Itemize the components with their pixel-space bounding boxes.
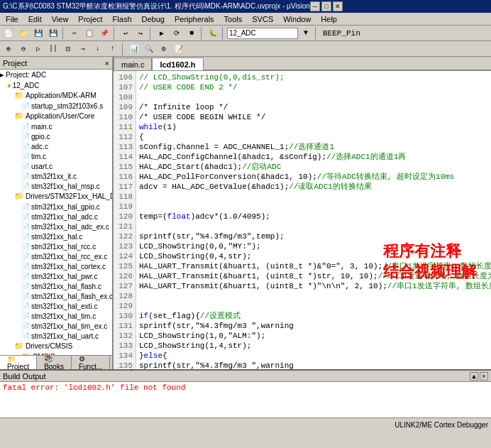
build-panel-up[interactable]: ▲ <box>470 372 478 381</box>
tree-item[interactable]: 📄 stm32f1xx_hal_adc.c <box>0 212 112 222</box>
stop-button[interactable]: ■ <box>184 27 199 40</box>
code-line: // USER CODE END 2 */ <box>139 82 491 92</box>
proj-tab-project[interactable]: 📁 Project <box>0 356 37 369</box>
tree-item-label: Project: ADC <box>6 71 46 79</box>
tree-item[interactable]: 📁 Drivers/CMSIS <box>0 341 112 351</box>
tree-item-label: stm32f1xx_hal_rcc_ex.c <box>31 253 107 261</box>
menu-edit[interactable]: Edit <box>24 14 46 24</box>
project-close-btn[interactable]: × <box>105 59 109 67</box>
code-line <box>139 202 491 212</box>
menu-view[interactable]: View <box>48 14 73 24</box>
tab-mainc[interactable]: main.c <box>114 58 152 70</box>
save-all-button[interactable]: 💾 <box>46 27 60 40</box>
tab-bar: main.c lcd1602.h ◀ ▶ <box>114 57 491 71</box>
tree-item[interactable]: 📄 stm32f1xx_hal_rcc.c <box>0 241 112 251</box>
tree-item[interactable]: 📄 stm32f1xx_hal_tim.c <box>0 311 112 321</box>
new-file-button[interactable]: 📄 <box>1 27 16 40</box>
menu-help[interactable]: Help <box>316 14 341 24</box>
tree-item[interactable]: 📄 usart.c <box>0 161 112 171</box>
tree-item[interactable]: 📄 stm32f1xx_hal_uart.c <box>0 331 112 341</box>
target-select[interactable] <box>227 28 298 39</box>
code-content[interactable]: // LCD_ShowString(0,0,dis_str); // USER … <box>136 71 491 369</box>
project-tree[interactable]: ▸ Project: ADC♦ 12_ADC📁 Application/MDK-… <box>0 70 112 355</box>
menu-window[interactable]: Window <box>279 14 315 24</box>
copy-button[interactable]: 📋 <box>82 27 96 40</box>
tree-item[interactable]: 📄 stm32f1xx_hal_rcc_ex.c <box>0 251 112 261</box>
tree-item[interactable]: 📁 Application/MDK-ARM <box>0 90 112 101</box>
tb2-btn4[interactable]: || <box>46 43 60 55</box>
menu-tools[interactable]: Tools <box>220 14 247 24</box>
tree-item[interactable]: 📄 stm32f1xx_hal_cortex.c <box>0 261 112 271</box>
menu-file[interactable]: File <box>1 14 23 24</box>
code-line: sConfig.Channel = ADC_CHANNEL_1; //选择通道1 <box>139 142 491 152</box>
tb2-btn5[interactable]: ⊡ <box>61 43 75 55</box>
close-button[interactable]: ✕ <box>333 1 343 11</box>
build-button[interactable]: ▶ <box>155 27 169 40</box>
tree-item[interactable]: 📄 main.c <box>0 121 112 131</box>
tree-item[interactable]: 📄 adc.c <box>0 141 112 151</box>
menu-flash[interactable]: Flash <box>109 14 136 24</box>
line-number: 112 <box>114 132 136 142</box>
debug-start-button[interactable]: 🐛 <box>206 27 220 40</box>
tree-item[interactable]: 📄 gpio.c <box>0 131 112 141</box>
tb2-btn3[interactable]: ▷ <box>31 43 45 55</box>
tree-item[interactable]: ▸ Project: ADC <box>0 70 112 80</box>
tb2-btn1[interactable]: ⊕ <box>1 43 16 55</box>
line-number: 113 <box>114 142 136 152</box>
line-number: 118 <box>114 192 136 202</box>
title-bar: G:\C系列\C0083 STM32甲醛浓度检测报警仿真设计\1. 程序代码\M… <box>0 0 491 13</box>
separator4 <box>201 27 204 40</box>
undo-button[interactable]: ↩ <box>118 27 133 40</box>
redo-button[interactable]: ↪ <box>133 27 148 40</box>
tree-item[interactable]: 📄 stm32f1xx_hal_pwr.c <box>0 271 112 281</box>
menu-debug[interactable]: Debug <box>138 14 169 24</box>
build-output-content[interactable]: fatal error: 'lcd1602.h' file not found <box>0 382 491 417</box>
tree-item[interactable]: 📄 stm32f1xx_hal_tim_ex.c <box>0 321 112 331</box>
tree-item[interactable]: 📄 stm32f1xx_hal_flash_ex.c <box>0 291 112 301</box>
menu-peripherals[interactable]: Peripherals <box>170 14 219 24</box>
tree-item[interactable]: 📄 stm32f1xx_hal_exti.c <box>0 301 112 311</box>
build-panel-close[interactable]: × <box>480 372 488 381</box>
tree-item[interactable]: ♦ 12_ADC <box>0 80 112 90</box>
menu-project[interactable]: Project <box>74 14 106 24</box>
tb2-btn8[interactable]: ↑ <box>106 43 120 55</box>
code-line: /* USER CODE BEGIN WHILE */ <box>139 112 491 122</box>
tb2-btn12[interactable]: 📝 <box>172 43 186 55</box>
tb2-btn9[interactable]: 📊 <box>127 43 141 55</box>
tb2-btn6[interactable]: ⇒ <box>76 43 90 55</box>
tree-item-label: tim.c <box>31 153 46 160</box>
proj-tab-funct[interactable]: ⚙ Funct... <box>72 356 110 369</box>
save-button[interactable]: 💾 <box>31 27 45 40</box>
tree-item[interactable]: 📄 stm32f1xx_hal.c <box>0 231 112 241</box>
tb2-btn7[interactable]: ↓ <box>91 43 105 55</box>
tab-lcd1602[interactable]: lcd1602.h <box>152 58 203 70</box>
target-dropdown[interactable]: ▼ <box>299 27 313 40</box>
tb2-btn2[interactable]: ⊖ <box>16 43 31 55</box>
tree-item[interactable]: 📄 tim.c <box>0 151 112 161</box>
code-line: { <box>139 132 491 142</box>
tree-item[interactable]: 📄 stm32f1xx_hal_msp.c <box>0 181 112 191</box>
tree-item[interactable]: 📄 startup_stm32f103x6.s <box>0 101 112 111</box>
minimize-button[interactable]: ─ <box>310 1 320 11</box>
rebuild-button[interactable]: ⟳ <box>170 27 184 40</box>
tb2-btn10[interactable]: 🔍 <box>142 43 156 55</box>
open-button[interactable]: 📁 <box>16 27 31 40</box>
tree-item[interactable]: 📄 stm32f1xx_it.c <box>0 171 112 181</box>
code-line: sprintf(str,"%4.3fmg/m3",temp); <box>139 231 491 241</box>
menu-svcs[interactable]: SVCS <box>248 14 277 24</box>
tree-item-label: 12_ADC <box>13 82 40 89</box>
tree-item[interactable]: 📁 Drivers/STM32F1xx_HAL_Driver <box>0 191 112 202</box>
maximize-button[interactable]: □ <box>321 1 331 11</box>
tree-item[interactable]: 📁 Application/User/Core <box>0 111 112 121</box>
line-number: 116 <box>114 172 136 182</box>
project-panel-header: Project × <box>0 57 112 70</box>
tb2-btn11[interactable]: ⚙ <box>157 43 171 55</box>
tree-item[interactable]: 📄 stm32f1xx_hal_adc_ex.c <box>0 222 112 231</box>
tree-item[interactable]: 📄 stm32f1xx_hal_flash.c <box>0 281 112 291</box>
tree-item-label: startup_stm32f103x6.s <box>31 102 103 110</box>
tree-item[interactable]: 📄 stm32f1xx_hal_gpio.c <box>0 202 112 212</box>
paste-button[interactable]: 📌 <box>97 27 111 40</box>
tree-item-label: stm32f1xx_hal_cortex.c <box>31 263 106 271</box>
cut-button[interactable]: ✂ <box>67 27 82 40</box>
proj-tab-books[interactable]: 📚 Books <box>37 356 72 369</box>
